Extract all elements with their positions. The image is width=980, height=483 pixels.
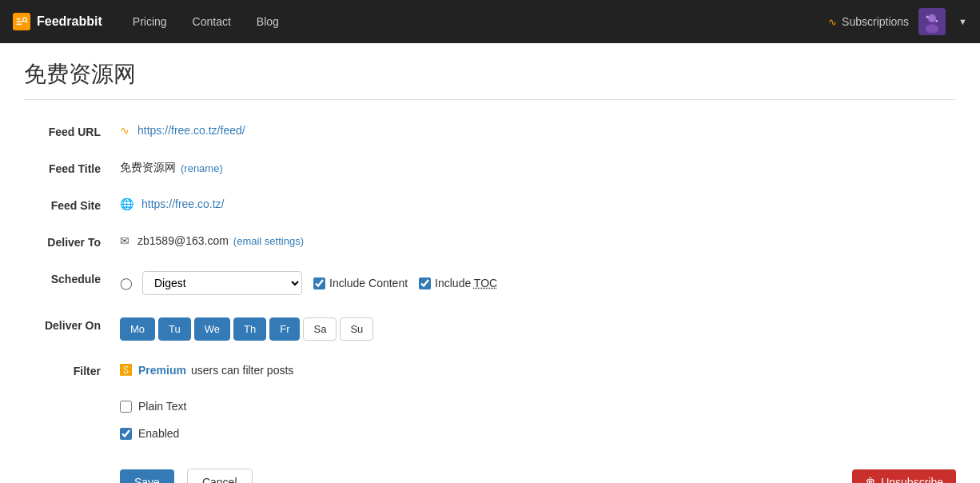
avatar-caret-icon[interactable]: ▼	[958, 17, 967, 26]
nav-blog[interactable]: Blog	[245, 10, 290, 33]
brand-name: Feedrabbit	[37, 14, 102, 29]
day-th-button[interactable]: Th	[233, 317, 266, 341]
filter-label: Filter	[24, 363, 120, 377]
plain-text-row: Plain Text	[120, 400, 186, 413]
deliver-to-email: zb1589@163.com	[137, 234, 229, 247]
feed-site-value: 🌐 https://free.co.tz/	[120, 198, 956, 210]
premium-link[interactable]: Premium	[138, 364, 186, 377]
save-button[interactable]: Save	[120, 469, 174, 483]
deliver-to-row: Deliver To ✉ zb1589@163.com (email setti…	[24, 223, 956, 260]
schedule-label: Schedule	[24, 271, 120, 285]
rss-nav-icon: ∿	[828, 16, 837, 28]
feed-title-value: 免费资源网 (rename)	[120, 161, 956, 175]
feed-url-label: Feed URL	[24, 124, 120, 138]
svg-point-6	[928, 14, 936, 22]
feed-site-link[interactable]: https://free.co.tz/	[141, 198, 225, 210]
day-tu-button[interactable]: Tu	[158, 317, 191, 341]
day-buttons: Mo Tu We Th Fr Sa Su	[120, 317, 373, 341]
svg-rect-0	[17, 18, 21, 20]
feed-url-row: Feed URL ∿ https://free.co.tz/feed/	[24, 113, 956, 150]
plain-text-label[interactable]: Plain Text	[138, 400, 186, 413]
enabled-label[interactable]: Enabled	[138, 427, 179, 440]
subscriptions-link[interactable]: ∿ Subscriptions	[828, 15, 909, 28]
feed-url-value: ∿ https://free.co.tz/feed/	[120, 124, 956, 137]
filter-text: users can filter posts	[191, 364, 293, 377]
filter-row: Filter 🆂 Premium users can filter posts	[24, 352, 956, 389]
deliver-on-value: Mo Tu We Th Fr Sa Su	[120, 317, 956, 341]
nav-right: ∿ Subscriptions ▼	[828, 8, 967, 35]
schedule-row: Schedule ◯ Digest Immediate Include Cont…	[24, 260, 956, 306]
svg-point-9	[936, 20, 938, 22]
unsubscribe-button[interactable]: 🗑 Unsubscribe	[852, 469, 956, 483]
include-toc-checkbox[interactable]	[419, 277, 431, 289]
deliver-on-label: Deliver On	[24, 317, 120, 332]
premium-badge-icon: 🆂	[120, 363, 132, 377]
include-content-label[interactable]: Include Content	[313, 277, 408, 289]
nav-pricing[interactable]: Pricing	[122, 10, 178, 33]
day-fr-button[interactable]: Fr	[269, 317, 300, 341]
feed-title-row: Feed Title 免费资源网 (rename)	[24, 150, 956, 186]
include-toc-label[interactable]: Include TOC	[419, 277, 497, 289]
plain-text-row: Plain Text Enabled	[24, 389, 956, 457]
enabled-checkbox[interactable]	[120, 428, 132, 440]
plain-text-checkbox[interactable]	[120, 401, 132, 413]
unsubscribe-label: Unsubscribe	[881, 476, 943, 483]
bottom-right-buttons: 🗑 Unsubscribe	[852, 469, 956, 483]
navbar: Feedrabbit Pricing Contact Blog ∿ Subscr…	[0, 0, 980, 43]
deliver-on-row: Deliver On Mo Tu We Th Fr Sa Su	[24, 306, 956, 352]
svg-rect-2	[17, 23, 22, 25]
brand-link[interactable]: Feedrabbit	[13, 13, 102, 30]
brand-icon	[13, 13, 30, 30]
trash-icon: 🗑	[865, 476, 876, 483]
action-row: Save Cancel 🗑 Unsubscribe	[24, 457, 956, 483]
include-toc-text: Include TOC	[435, 277, 497, 289]
schedule-value: ◯ Digest Immediate Include Content Inclu…	[120, 271, 956, 295]
day-mo-button[interactable]: Mo	[120, 317, 155, 341]
globe-icon: 🌐	[120, 198, 133, 210]
email-settings-link[interactable]: (email settings)	[233, 235, 304, 247]
feed-title-label: Feed Title	[24, 161, 120, 175]
day-sa-button[interactable]: Sa	[303, 317, 337, 341]
cancel-button[interactable]: Cancel	[187, 469, 253, 483]
deliver-to-value: ✉ zb1589@163.com (email settings)	[120, 234, 956, 247]
svg-line-4	[26, 22, 28, 23]
include-content-text: Include Content	[329, 277, 408, 289]
feed-title-text: 免费资源网	[120, 161, 176, 175]
clock-icon: ◯	[120, 277, 133, 289]
schedule-select[interactable]: Digest Immediate	[142, 271, 302, 295]
include-content-checkbox[interactable]	[313, 277, 325, 289]
nav-links: Pricing Contact Blog	[122, 10, 828, 33]
day-su-button[interactable]: Su	[340, 317, 373, 341]
feed-site-row: Feed Site 🌐 https://free.co.tz/	[24, 186, 956, 223]
rename-link[interactable]: (rename)	[181, 162, 223, 174]
rss-feed-icon: ∿	[120, 124, 129, 137]
filter-value: 🆂 Premium users can filter posts	[120, 363, 956, 377]
feed-url-link[interactable]: https://free.co.tz/feed/	[137, 124, 245, 137]
page-title: 免费资源网	[24, 59, 956, 100]
day-we-button[interactable]: We	[194, 317, 230, 341]
subscriptions-label: Subscriptions	[842, 15, 909, 28]
feed-site-label: Feed Site	[24, 198, 120, 212]
email-icon: ✉	[120, 234, 129, 247]
nav-contact[interactable]: Contact	[181, 10, 242, 33]
deliver-to-label: Deliver To	[24, 234, 120, 249]
checkboxes-area: Plain Text Enabled	[120, 400, 956, 446]
page-content: 免费资源网 Feed URL ∿ https://free.co.tz/feed…	[0, 43, 980, 483]
enabled-row: Enabled	[120, 427, 179, 440]
avatar	[918, 8, 946, 35]
svg-point-8	[926, 16, 929, 18]
svg-rect-1	[17, 21, 23, 22]
bottom-left-buttons: Save Cancel	[120, 469, 253, 483]
